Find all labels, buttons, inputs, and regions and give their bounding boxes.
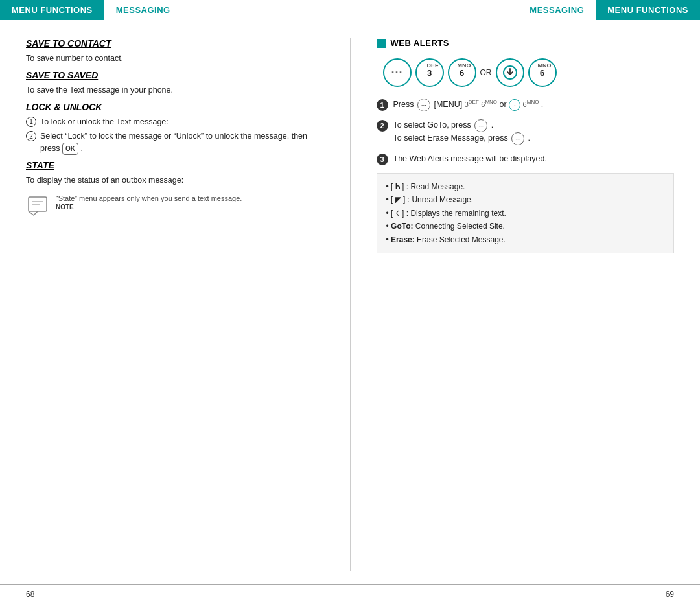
- step1-circle: 1: [377, 99, 388, 111]
- legend-box: [ Ꮒ ] : Read Message. [ ◤ ] : Unread Mes…: [377, 173, 675, 253]
- lock-unlock-title: LOCK & UNLOCK: [26, 102, 324, 112]
- lock-unlock-step2-text: Select “Lock” to lock the message or “Un…: [40, 130, 324, 155]
- step-3: 3 The Web Alerts message will be display…: [377, 153, 675, 165]
- legend-item-2: [ ◤ ] : Unread Message.: [386, 193, 665, 206]
- menu-button-icon: ···: [383, 58, 412, 87]
- header-left: MENU FUNCTIONS MESSAGING: [0, 0, 182, 20]
- note-icon: [26, 194, 49, 218]
- step-1: 1 Press ··· [MENU] 3DEF 6MNO or ↓ 6MNO .: [377, 99, 675, 111]
- menu-functions-badge-left: MENU FUNCTIONS: [0, 0, 104, 20]
- legend-icon-3: [ ☇ ]: [391, 209, 404, 218]
- 6mno-main: 6: [460, 68, 464, 78]
- 6mno-button-icon: MNO 6: [448, 58, 476, 87]
- legend-goto-label: Connecting Selected Site.: [415, 222, 505, 231]
- legend-erase-label: Erase Selected Message.: [417, 235, 506, 244]
- 3def-button-icon: DEF 3: [415, 58, 444, 87]
- state-section: STATE To display the status of an outbox…: [26, 160, 324, 218]
- messaging-label-left: MESSAGING: [104, 0, 182, 20]
- left-column: SAVE TO CONTACT To save number to contac…: [26, 38, 351, 571]
- svg-rect-0: [29, 197, 47, 211]
- main-content: SAVE TO CONTACT To save number to contac…: [0, 20, 700, 584]
- step1-text: Press ··· [MENU] 3DEF 6MNO or ↓ 6MNO .: [393, 99, 544, 111]
- button-icons-row: ··· DEF 3 MNO 6 OR: [383, 58, 675, 87]
- lock-unlock-step1: 1 To lock or unlock the Text message:: [26, 116, 324, 128]
- lock-unlock-section: LOCK & UNLOCK 1 To lock or unlock the Te…: [26, 102, 324, 156]
- legend-item-3: [ ☇ ] : Displays the remaining text.: [386, 207, 665, 220]
- lock-unlock-list: 1 To lock or unlock the Text message: 2 …: [26, 116, 324, 156]
- messaging-label-right: MESSAGING: [518, 0, 596, 20]
- legend-erase-bold: Erase:: [391, 235, 415, 244]
- page-number-right: 69: [666, 590, 674, 599]
- legend-icon-1: [ Ꮒ ]: [391, 182, 404, 191]
- lock-unlock-step2: 2 Select “Lock” to lock the message or “…: [26, 130, 324, 155]
- or-text: OR: [480, 68, 492, 77]
- menu-functions-badge-right: MENU FUNCTIONS: [596, 0, 700, 20]
- web-alerts-title: WEB ALERTS: [391, 38, 449, 48]
- step2-text: To select GoTo, press ··· . To select Er…: [393, 119, 531, 145]
- save-to-saved-title: SAVE TO SAVED: [26, 70, 324, 80]
- right-column: WEB ALERTS ··· DEF 3 MNO 6 OR: [351, 38, 675, 571]
- note-label: NOTE: [56, 203, 242, 211]
- step2-number: 2: [26, 131, 36, 141]
- legend-goto-bold: GoTo:: [391, 222, 413, 231]
- legend-item-1: [ Ꮒ ] : Read Message.: [386, 180, 665, 193]
- legend-label-3: : Displays the remaining text.: [406, 209, 506, 218]
- note-text: “State” menu appears only when you send …: [56, 194, 242, 202]
- save-to-contact-section: SAVE TO CONTACT To save number to contac…: [26, 38, 324, 65]
- steps-list: 1 Press ··· [MENU] 3DEF 6MNO or ↓ 6MNO .…: [377, 99, 675, 165]
- step-2: 2 To select GoTo, press ··· . To select …: [377, 119, 675, 145]
- 3def-main: 3: [427, 68, 432, 78]
- save-to-saved-section: SAVE TO SAVED To save the Text message i…: [26, 70, 324, 97]
- header-right: MESSAGING MENU FUNCTIONS: [518, 0, 700, 20]
- dots-icon: ···: [391, 66, 402, 80]
- step3-circle: 3: [377, 154, 388, 165]
- ok-button-inline: OK: [62, 143, 78, 155]
- page-number-left: 68: [26, 590, 34, 599]
- note-box: “State” menu appears only when you send …: [26, 194, 324, 218]
- page-header: MENU FUNCTIONS MESSAGING MESSAGING MENU …: [0, 0, 700, 20]
- 6mno-superscript: MNO: [458, 62, 471, 69]
- goto-btn: ···: [474, 119, 487, 132]
- download-arrow-icon: [503, 65, 517, 80]
- 6mno-second-button-icon: MNO 6: [528, 58, 557, 87]
- web-alerts-header: WEB ALERTS: [377, 38, 675, 48]
- 6mno2-main: 6: [540, 68, 544, 78]
- state-body: To display the status of an outbox messa…: [26, 174, 324, 187]
- step1-number: 1: [26, 117, 36, 127]
- step3-text: The Web Alerts message will be displayed…: [393, 153, 547, 165]
- note-text-block: “State” menu appears only when you send …: [56, 194, 242, 211]
- legend-list: [ Ꮒ ] : Read Message. [ ◤ ] : Unread Mes…: [386, 180, 665, 246]
- erase-btn: ···: [511, 132, 524, 145]
- teal-square-icon: [377, 39, 386, 48]
- step2-circle: 2: [377, 120, 388, 132]
- page-footer: 68 69: [0, 584, 700, 604]
- menu-inline-btn: ···: [417, 99, 430, 111]
- state-title: STATE: [26, 160, 324, 170]
- legend-item-5: Erase: Erase Selected Message.: [386, 233, 665, 246]
- legend-icon-2: [ ◤ ]: [391, 195, 405, 204]
- lock-unlock-step1-text: To lock or unlock the Text message:: [40, 116, 169, 128]
- save-to-saved-body: To save the Text message in your phone.: [26, 84, 324, 97]
- download-button-icon: [496, 58, 524, 87]
- 3def-superscript: DEF: [427, 62, 439, 69]
- legend-label-1: : Read Message.: [406, 182, 465, 191]
- legend-label-2: : Unread Message.: [408, 195, 473, 204]
- save-to-contact-body: To save number to contact.: [26, 52, 324, 65]
- legend-item-4: GoTo: Connecting Selected Site.: [386, 220, 665, 233]
- 6mno2-superscript: MNO: [538, 62, 552, 69]
- save-to-contact-title: SAVE TO CONTACT: [26, 38, 324, 49]
